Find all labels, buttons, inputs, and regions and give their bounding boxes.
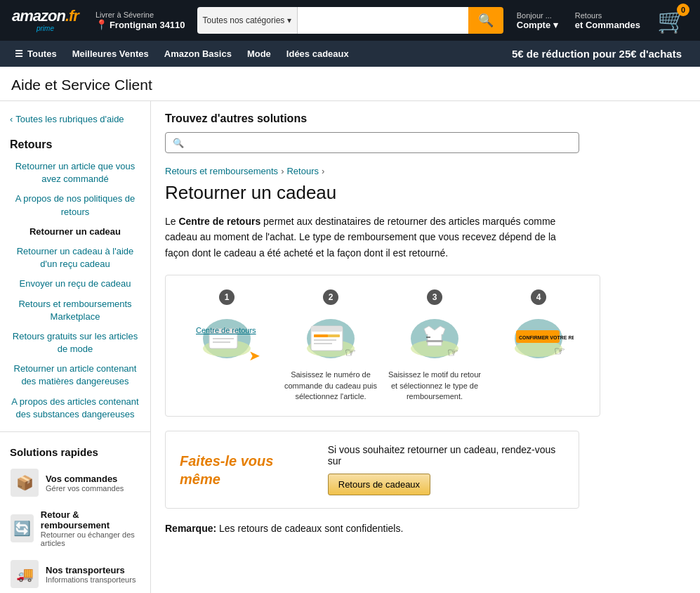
sidebar-link-5[interactable]: Retours et remboursements Marketplace	[0, 294, 150, 327]
help-search-icon: 🔍	[173, 138, 184, 148]
transporteurs-icon: 🚚	[11, 560, 39, 588]
cart-wrapper: 🛒 0	[657, 6, 687, 34]
sidebar-link-7[interactable]: Retourner un article contenant des matiè…	[0, 359, 150, 391]
sidebar-link-1[interactable]: A propos de nos politiques de retours	[0, 189, 150, 221]
solutions-item-retour[interactable]: 🔄 Retour & remboursement Retourner ou éc…	[0, 503, 150, 554]
svg-text:☞: ☞	[447, 346, 458, 360]
site-header: amazon.fr prime Livrer à Séverine 📍 Fron…	[0, 0, 700, 41]
faites-title: Faites-le vous même	[180, 452, 314, 488]
step-2: 2 ☞ Sais	[284, 289, 378, 402]
svg-text:☞: ☞	[554, 344, 565, 358]
nav-bar: ☰ Toutes Meilleures Ventes Amazon Basics…	[0, 41, 700, 67]
sidebar-link-4[interactable]: Envoyer un reçu de cadeau	[0, 274, 150, 294]
breadcrumb: Retours et remboursements › Retours ›	[165, 166, 686, 176]
step-2-number: 2	[323, 289, 338, 305]
svg-text:☞: ☞	[345, 346, 356, 360]
hamburger-icon: ☰	[15, 48, 23, 59]
steps-row: 1 Centre de retours ➤	[180, 289, 586, 402]
faites-desc: Si vous souhaitez retourner un cadeau, r…	[328, 444, 564, 467]
main-content: Trouvez d'autres solutions 🔍 Retours et …	[151, 101, 700, 593]
step-1: 1 Centre de retours ➤	[180, 289, 274, 370]
delivery-info[interactable]: Livrer à Séverine 📍 Frontignan 34110	[91, 7, 190, 34]
promo-banner: 5€ de réduction pour 25€ d'achats	[501, 42, 693, 65]
nav-item-meilleures[interactable]: Meilleures Ventes	[65, 42, 157, 65]
nav-item-cadeaux[interactable]: Idées cadeaux	[279, 42, 357, 65]
header-right: Bonjour ... Compte ▾ Retours et Commande…	[510, 3, 693, 38]
sidebar-link-6[interactable]: Retours gratuits sur les articles de mod…	[0, 327, 150, 359]
commandes-icon: 📦	[11, 469, 39, 497]
delivery-location: 📍 Frontignan 34110	[95, 19, 185, 30]
sidebar-link-0[interactable]: Retourner un article que vous avez comma…	[0, 157, 150, 189]
sidebar: ‹ Toutes les rubriques d'aide Retours Re…	[0, 101, 151, 593]
step-1-illustration: Centre de retours ➤	[192, 309, 262, 365]
search-input[interactable]	[298, 7, 468, 34]
search-category-select[interactable]: Toutes nos catégories ▾	[197, 7, 298, 34]
remarque-label: Remarque:	[165, 523, 216, 534]
steps-box: 1 Centre de retours ➤	[165, 275, 600, 417]
all-categories-nav[interactable]: ☰ Toutes	[7, 42, 65, 65]
nav-item-mode[interactable]: Mode	[239, 42, 279, 65]
solutions-section-label: Solutions rapides	[0, 439, 150, 462]
remarque: Remarque: Les retours de cadeaux sont co…	[165, 521, 579, 536]
svg-rect-9	[311, 326, 343, 332]
step-1-arrow-icon: ➤	[249, 347, 260, 364]
page-title-bar: Aide et Service Client	[0, 67, 700, 101]
cart-button[interactable]: 🛒 0	[651, 3, 693, 38]
step-2-label: Saisissez le numéro de commande du cadea…	[284, 370, 378, 402]
step-4: 4 CONFIRMER VOTRE RETOUR ☞	[491, 289, 586, 370]
account-button[interactable]: Bonjour ... Compte ▾	[510, 8, 564, 34]
help-search-container: 🔍	[165, 132, 579, 153]
search-icon: 🔍	[478, 13, 494, 28]
remarque-text: Les retours de cadeaux sont confidentiel…	[216, 523, 403, 534]
faites-box: Faites-le vous même Si vous souhaitez re…	[165, 431, 579, 509]
search-bar: Toutes nos catégories ▾ 🔍	[197, 7, 503, 34]
svg-rect-11	[314, 334, 328, 337]
solutions-item-commandes[interactable]: 📦 Vos commandes Gérer vos commandes	[0, 462, 150, 503]
sidebar-divider	[0, 431, 150, 432]
amazon-logo[interactable]: amazon.fr prime	[7, 5, 84, 36]
faites-btn[interactable]: Retours de cadeaux	[328, 474, 430, 495]
step-3: 3 ☞ Saisissez le motif du retour et sé	[388, 289, 482, 402]
content-area: ‹ Toutes les rubriques d'aide Retours Re…	[0, 101, 700, 593]
search-section-label: Trouvez d'autres solutions	[165, 112, 686, 125]
step-3-illustration: ☞	[399, 309, 470, 365]
main-description: Le Centre de retours permet aux destinat…	[165, 214, 579, 261]
step-4-number: 4	[531, 289, 546, 305]
chevron-left-icon: ‹	[10, 114, 13, 124]
chevron-down-icon: ▾	[287, 15, 291, 25]
sidebar-link-8[interactable]: A propos des articles contenant des subs…	[0, 392, 150, 424]
sidebar-back-link[interactable]: ‹ Toutes les rubriques d'aide	[0, 108, 150, 130]
svg-rect-18	[426, 340, 443, 342]
breadcrumb-sep-0: ›	[281, 166, 284, 176]
step-3-label: Saisissez le motif du retour et sélectio…	[388, 370, 482, 402]
retour-icon: 🔄	[11, 514, 34, 542]
step-2-illustration: ☞	[296, 309, 366, 365]
sidebar-section-title: Retours	[0, 130, 150, 157]
nav-item-basics[interactable]: Amazon Basics	[157, 42, 239, 65]
breadcrumb-sep-1: ›	[322, 166, 324, 176]
solutions-item-transporteurs[interactable]: 🚚 Nos transporteurs Informations transpo…	[0, 554, 150, 593]
svg-text:CONFIRMER VOTRE RETOUR: CONFIRMER VOTRE RETOUR	[519, 335, 574, 340]
step-3-number: 3	[427, 289, 442, 305]
delivery-prefix: Livrer à Séverine	[95, 11, 185, 19]
step-1-link[interactable]: Centre de retours	[196, 326, 256, 334]
help-search-input[interactable]	[188, 137, 572, 148]
returns-button[interactable]: Retours et Commandes	[569, 8, 647, 34]
breadcrumb-link-1[interactable]: Retours	[286, 166, 319, 176]
main-heading: Retourner un cadeau	[165, 182, 686, 204]
page-title: Aide et Service Client	[11, 77, 689, 93]
step-2-svg: ☞	[296, 309, 366, 365]
step-3-svg: ☞	[399, 309, 470, 365]
step-1-number: 1	[219, 289, 235, 305]
cart-count: 0	[677, 4, 689, 16]
step-4-svg: CONFIRMER VOTRE RETOUR ☞	[503, 309, 574, 365]
location-pin-icon: 📍	[95, 19, 107, 30]
sidebar-link-3[interactable]: Retourner un cadeau à l'aide d'un reçu c…	[0, 242, 150, 274]
search-button[interactable]: 🔍	[468, 7, 503, 34]
faites-right: Si vous souhaitez retourner un cadeau, r…	[328, 444, 564, 495]
sidebar-link-2: Retourner un cadeau	[0, 222, 150, 242]
breadcrumb-link-0[interactable]: Retours et remboursements	[165, 166, 278, 176]
step-4-illustration: CONFIRMER VOTRE RETOUR ☞	[503, 309, 574, 365]
